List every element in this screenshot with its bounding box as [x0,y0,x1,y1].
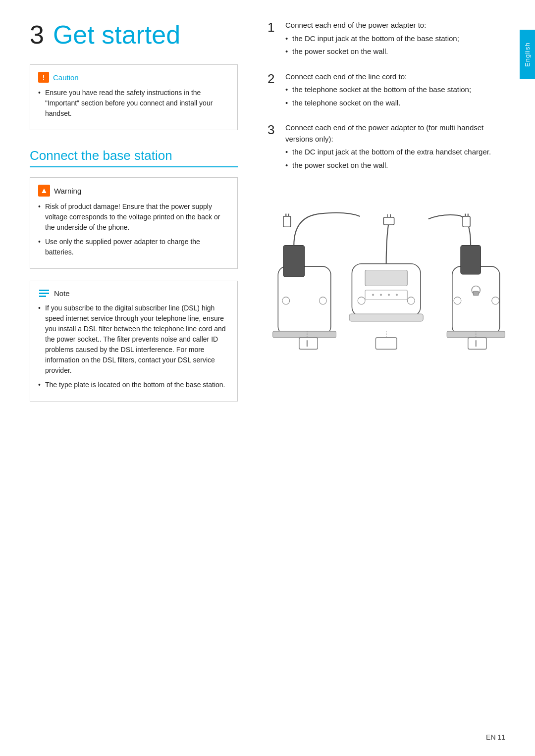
step-2: 2 Connect each end of the line cord to: … [268,71,510,111]
caution-text: Ensure you have read the safety instruct… [38,88,229,119]
warning-label: Warning [54,187,81,195]
step-3-list: the DC input jack at the bottom of the e… [285,147,510,171]
step-1-intro: Connect each end of the power adapter to… [285,21,426,29]
svg-rect-1 [365,270,407,286]
svg-rect-11 [283,245,305,277]
step-2-intro: Connect each end of the line cord to: [285,72,407,81]
step-2-content: Connect each end of the line cord to: th… [285,71,510,111]
step-1-content: Connect each end of the power adapter to… [285,20,510,59]
right-column: 1 Connect each end of the power adapter … [258,20,510,736]
chapter-title: Get started [53,20,180,49]
sidebar-language-tab: English [520,30,535,79]
svg-point-6 [396,294,398,296]
page-footer: EN 11 [486,733,505,741]
svg-rect-12 [273,331,336,338]
caution-item: Ensure you have read the safety instruct… [38,88,229,119]
svg-point-19 [492,297,499,304]
left-column: 3Get started ! Caution Ensure you have r… [30,20,258,736]
note-label: Note [54,289,70,298]
step-3-item-1: the DC input jack at the bottom of the e… [285,147,510,158]
warning-header: ▲ Warning [38,185,229,197]
step-3: 3 Connect each end of the power adapter … [268,122,510,173]
step-1: 1 Connect each end of the power adapter … [268,20,510,59]
caution-list: Ensure you have read the safety instruct… [38,88,229,119]
step-3-number: 3 [268,122,285,138]
svg-point-8 [358,297,365,304]
svg-rect-16 [461,245,481,274]
caution-icon: ! [38,72,49,83]
warning-item-2: Use only the supplied power adapter to c… [38,237,229,257]
section-title: Connect the base station [30,148,238,167]
svg-point-5 [388,294,390,296]
svg-rect-7 [349,314,423,321]
svg-point-9 [407,297,415,304]
note-header: Note [38,288,229,298]
chapter-heading: 3Get started [30,20,238,50]
warning-box: ▲ Warning Risk of product damage! Ensure… [30,177,238,269]
svg-rect-28 [383,217,394,225]
svg-rect-31 [299,338,318,349]
caution-header: ! Caution [38,72,229,83]
svg-rect-21 [473,291,479,296]
svg-point-14 [319,297,326,304]
step-3-content: Connect each end of the power adapter to… [285,122,510,173]
warning-icon: ▲ [38,185,50,197]
caution-box: ! Caution Ensure you have read the safet… [30,64,238,130]
svg-point-13 [282,297,290,304]
svg-rect-25 [463,216,470,227]
connection-diagram [268,185,510,353]
svg-point-3 [372,294,374,296]
step-1-list: the DC input jack at the bottom of the b… [285,33,510,57]
step-1-item-1: the DC input jack at the bottom of the b… [285,33,510,45]
note-list: If you subscribe to the digital subscrib… [38,303,229,390]
step-2-list: the telephone socket at the bottom of th… [285,84,510,108]
step-2-number: 2 [268,71,285,87]
step-1-number: 1 [268,20,285,35]
svg-point-4 [380,294,382,296]
warning-list: Risk of product damage! Ensure that the … [38,202,229,257]
caution-label: Caution [53,73,79,82]
note-item-2: The type plate is located on the bottom … [38,380,229,390]
svg-point-18 [454,297,461,304]
note-icon [38,288,50,298]
step-2-item-2: the telephone socket on the wall. [285,98,510,109]
warning-item-1: Risk of product damage! Ensure that the … [38,202,229,233]
note-box: Note If you subscribe to the digital sub… [30,281,238,402]
chapter-number: 3 [30,20,44,49]
step-1-item-2: the power socket on the wall. [285,46,510,57]
step-3-item-2: the power socket on the wall. [285,160,510,171]
svg-rect-34 [468,338,486,349]
step-2-item-1: the telephone socket at the bottom of th… [285,84,510,96]
svg-rect-22 [283,216,291,227]
svg-rect-33 [375,338,397,349]
note-item-1: If you subscribe to the digital subscrib… [38,303,229,376]
step-3-intro: Connect each end of the power adapter to… [285,123,483,143]
diagram-area [268,185,510,355]
